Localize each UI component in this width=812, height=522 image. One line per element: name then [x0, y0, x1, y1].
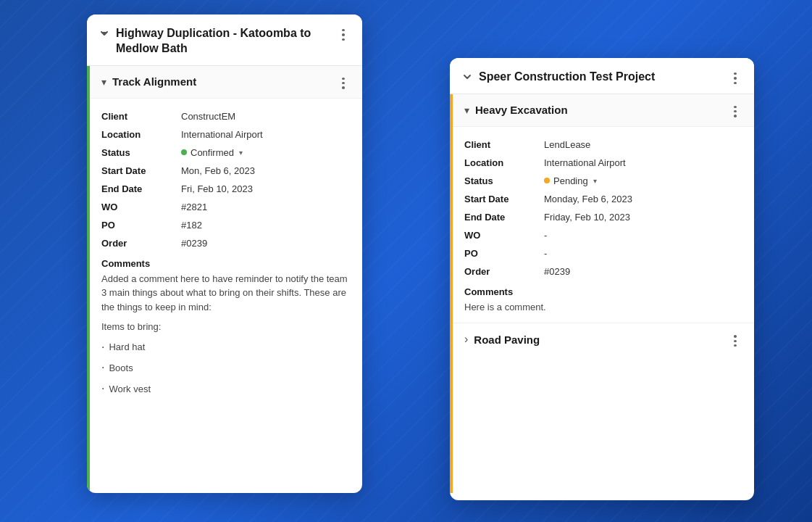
field-label-start-date: Start Date — [101, 165, 181, 176]
field-row-status: Status Confirmed ▾ — [101, 144, 351, 162]
field-value-start-date: Mon, Feb 6, 2023 — [181, 165, 351, 176]
list-item-label: Work vest — [109, 381, 151, 397]
right-field-value-start-date: Monday, Feb 6, 2023 — [544, 194, 742, 204]
left-status-chevron: ▾ — [239, 149, 243, 157]
left-status-text: Confirmed — [191, 147, 234, 158]
field-value-order: #0239 — [181, 238, 351, 249]
right-section-header-left: ▾ Heavy Excavation — [464, 104, 568, 116]
left-status-dot — [181, 149, 187, 155]
right-field-row-end-date: End Date Friday, Feb 10, 2023 — [464, 208, 742, 226]
list-item: · Work vest — [101, 378, 351, 399]
left-card-title: Highway Duplication - Katoomba to Medlow… — [116, 26, 336, 57]
right-card: Speer Construction Test Project ▾ Heavy … — [450, 58, 754, 500]
field-label-status: Status — [101, 147, 181, 158]
field-row-wo: WO #2821 — [101, 198, 351, 216]
left-status-badge[interactable]: Confirmed ▾ — [181, 147, 243, 158]
right-field-label-end-date: End Date — [464, 212, 544, 223]
right-card-more-icon[interactable] — [728, 70, 742, 84]
left-section-content: Client ConstructEM Location Internationa… — [90, 99, 362, 408]
right-section-chevron-icon[interactable]: ▾ — [464, 104, 469, 116]
field-label-client: Client — [101, 111, 181, 122]
right-field-row-location: Location International Airport — [464, 154, 742, 172]
left-card-chevron-icon[interactable] — [99, 28, 110, 39]
right-field-row-order: Order #0239 — [464, 262, 742, 281]
right-field-value-po: - — [544, 248, 742, 259]
right-field-row-client: Client LendLease — [464, 136, 742, 154]
road-paving-section: › Road Paving — [453, 323, 754, 355]
right-field-label-start-date: Start Date — [464, 194, 544, 204]
right-status-dot — [544, 178, 550, 183]
list-item-label: Boots — [109, 360, 133, 376]
field-label-wo: WO — [101, 202, 181, 212]
field-value-client: ConstructEM — [181, 111, 351, 122]
right-card-header-left: Speer Construction Test Project — [461, 70, 728, 85]
left-section-chevron-icon[interactable]: ▾ — [101, 76, 106, 88]
left-comments-text: Added a comment here to have reminder to… — [101, 272, 351, 315]
field-label-end-date: End Date — [101, 183, 181, 194]
field-row-start-date: Start Date Mon, Feb 6, 2023 — [101, 162, 351, 180]
field-label-po: PO — [101, 220, 181, 231]
field-value-location: International Airport — [181, 129, 351, 140]
road-paving-chevron-icon[interactable]: › — [464, 333, 468, 346]
right-field-value-order: #0239 — [544, 266, 742, 277]
field-row-client: Client ConstructEM — [101, 107, 351, 125]
right-status-chevron: ▾ — [593, 177, 597, 185]
right-section-more-icon[interactable] — [728, 103, 742, 117]
left-card: Highway Duplication - Katoomba to Medlow… — [87, 14, 362, 493]
right-card-title: Speer Construction Test Project — [479, 70, 655, 85]
right-field-label-po: PO — [464, 248, 544, 259]
right-field-label-client: Client — [464, 139, 544, 150]
list-item-label: Hard hat — [109, 339, 145, 355]
road-paving-left: › Road Paving — [464, 333, 540, 346]
right-field-label-location: Location — [464, 157, 544, 168]
right-card-chevron-icon[interactable] — [461, 71, 473, 83]
right-field-value-location: International Airport — [544, 157, 742, 168]
field-row-po: PO #182 — [101, 216, 351, 234]
right-status-badge[interactable]: Pending ▾ — [544, 175, 597, 186]
field-row-end-date: End Date Fri, Feb 10, 2023 — [101, 180, 351, 198]
right-field-label-status: Status — [464, 175, 544, 186]
right-section-content: Client LendLease Location International … — [453, 127, 754, 323]
right-field-label-wo: WO — [464, 230, 544, 241]
right-field-row-po: PO - — [464, 244, 742, 262]
field-label-order: Order — [101, 238, 181, 249]
left-items-list: · Hard hat · Boots · Work vest — [101, 337, 351, 399]
right-comments-label: Comments — [464, 286, 742, 297]
left-section-header-left: ▾ Track Alignment — [101, 75, 196, 88]
field-row-order: Order #0239 — [101, 234, 351, 252]
road-paving-more-icon[interactable] — [728, 332, 742, 347]
right-field-value-wo: - — [544, 230, 742, 241]
field-value-po: #182 — [181, 220, 351, 231]
left-card-header: Highway Duplication - Katoomba to Medlow… — [87, 14, 362, 66]
right-card-header: Speer Construction Test Project — [450, 58, 754, 94]
right-section-header: ▾ Heavy Excavation — [453, 94, 754, 127]
field-value-wo: #2821 — [181, 202, 351, 212]
right-card-body: ▾ Heavy Excavation Client LendLease — [450, 94, 754, 493]
list-item: · Hard hat — [101, 337, 351, 358]
cards-container: Highway Duplication - Katoomba to Medlow… — [0, 0, 812, 522]
list-item: · Boots — [101, 357, 351, 378]
right-field-label-order: Order — [464, 266, 544, 277]
left-items-heading: Items to bring: — [101, 320, 351, 334]
right-field-row-status: Status Pending ▾ — [464, 172, 742, 190]
left-card-more-icon[interactable] — [336, 26, 351, 41]
left-card-header-left: Highway Duplication - Katoomba to Medlow… — [99, 26, 336, 57]
right-status-text: Pending — [553, 175, 588, 186]
field-value-end-date: Fri, Feb 10, 2023 — [181, 183, 351, 194]
right-field-value-end-date: Friday, Feb 10, 2023 — [544, 212, 742, 223]
left-section-header: ▾ Track Alignment — [90, 66, 362, 99]
right-field-row-wo: WO - — [464, 226, 742, 244]
right-field-row-start-date: Start Date Monday, Feb 6, 2023 — [464, 190, 742, 208]
right-section-title: Heavy Excavation — [475, 104, 568, 116]
left-comments-label: Comments — [101, 258, 351, 269]
left-section-more-icon[interactable] — [336, 75, 351, 89]
right-comments-text: Here is a comment. — [464, 300, 742, 315]
left-card-body: ▾ Track Alignment Client ConstructEM — [87, 66, 362, 493]
field-row-location: Location International Airport — [101, 125, 351, 144]
right-card-section: ▾ Heavy Excavation Client LendLease — [453, 94, 754, 323]
right-field-value-client: LendLease — [544, 139, 742, 150]
left-card-section: ▾ Track Alignment Client ConstructEM — [90, 66, 362, 408]
left-section-title: Track Alignment — [112, 75, 196, 88]
field-label-location: Location — [101, 129, 181, 140]
road-paving-title: Road Paving — [474, 334, 540, 346]
